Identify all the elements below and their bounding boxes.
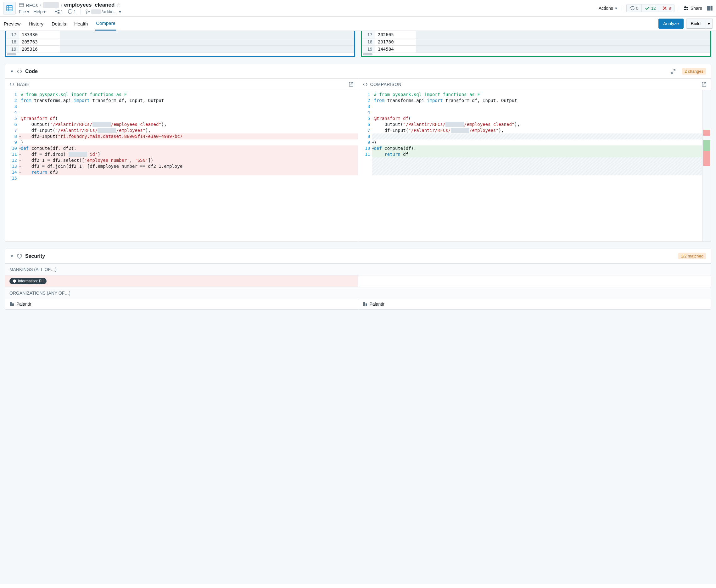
code-line: df2_1 = df2.select(['employee_number', '… (19, 158, 358, 163)
path-indicator[interactable]: /addin… ▾ (85, 9, 121, 14)
tabbar: Preview History Details Health Compare A… (0, 17, 716, 31)
code-line: df=Input("/Palantir/RFCs/XXXXXXX/employe… (372, 127, 702, 133)
svg-point-12 (684, 6, 686, 8)
content: 171333301820576319205316 172026051820178… (0, 31, 716, 584)
table-row[interactable]: 17133330 (6, 31, 354, 38)
code-diff: BASE 12345678-910-11-12-13-14-15 # from … (5, 79, 711, 241)
svg-rect-17 (12, 303, 14, 306)
collapse-icon[interactable]: ▼ (10, 254, 14, 258)
shield-icon (68, 9, 73, 14)
build-button-group: Build ▾ (686, 19, 713, 29)
tab-history[interactable]: History (28, 17, 44, 30)
branch-indicator[interactable]: 1 (55, 9, 63, 14)
pii-badge: Information: PII (9, 278, 47, 284)
build-dropdown[interactable]: ▾ (705, 19, 713, 29)
scrollbar[interactable] (363, 53, 372, 56)
svg-point-10 (86, 12, 87, 14)
people-icon (684, 6, 689, 11)
popout-icon[interactable] (349, 82, 353, 87)
divider (622, 5, 622, 11)
orgs-header: ORGANIZATIONS (ANY OF…) (5, 287, 711, 299)
star-icon[interactable]: ☆ (116, 2, 121, 7)
page-title: employees_cleaned (64, 2, 115, 8)
shield-filled-icon (13, 279, 16, 283)
shield-indicator[interactable]: 1 (68, 9, 76, 14)
tab-health[interactable]: Health (73, 17, 88, 30)
table-row[interactable]: 18201780 (362, 38, 710, 46)
code-line: df2=Input("ri.foundry.main.dataset.88905… (19, 133, 358, 140)
security-card: ▼ Security 1/2 matched MARKINGS (ALL OF…… (5, 249, 711, 310)
topbar-right: Actions▾ 0 12 8 Share (599, 4, 713, 12)
folder-icon (19, 2, 24, 7)
code-line: df3 = df.join(df2_1, [df.employee_number… (19, 163, 358, 169)
code-line: from transforms.api import transform_df,… (19, 98, 358, 104)
base-column: BASE 12345678-910-11-12-13-14-15 # from … (5, 79, 358, 241)
tab-details[interactable]: Details (51, 17, 67, 30)
analyze-button[interactable]: Analyze (658, 19, 684, 29)
svg-rect-6 (55, 11, 57, 12)
code-line (372, 133, 702, 140)
org-base: Palantir (5, 299, 358, 310)
expand-icon[interactable] (671, 69, 676, 74)
code-lines: # from pyspark.sql import functions as F… (19, 90, 358, 241)
code-card: ▼ Code 2 changes BASE 12345678-910-11-12… (5, 64, 711, 242)
code-icon (17, 69, 22, 74)
svg-rect-16 (10, 302, 12, 306)
code-line (372, 104, 702, 109)
svg-rect-14 (707, 6, 710, 11)
code-line: df = df.drop('XXXXXXX_id') (19, 151, 358, 158)
minimap[interactable] (702, 90, 711, 241)
status-pass[interactable]: 12 (642, 4, 659, 12)
org-comparison: Palantir (358, 299, 711, 310)
breadcrumb-sep: › (61, 2, 62, 7)
comparison-table: 172026051820178019144584 (361, 31, 711, 57)
popout-icon[interactable] (701, 82, 707, 87)
breadcrumb-root[interactable]: RFCs (26, 2, 38, 8)
svg-point-13 (686, 7, 688, 8)
redacted-crumb (43, 2, 59, 8)
code-line: df=Input("/Palantir/RFCs/XXXXXXX/employe… (19, 127, 358, 133)
scrollbar[interactable] (7, 53, 16, 56)
file-menu[interactable]: File▾ (19, 9, 29, 14)
divider (81, 9, 81, 15)
card-title: Code (25, 69, 668, 74)
share-button[interactable]: Share (684, 6, 702, 11)
code-line: @transform_df( (19, 115, 358, 122)
divider (679, 5, 679, 11)
gutter: 12345678-910-11-12-13-14-15 (5, 90, 19, 241)
code-line: # from pyspark.sql import functions as F (372, 91, 702, 98)
table-row[interactable]: 19205316 (6, 46, 354, 53)
status-sync[interactable]: 0 (627, 4, 642, 12)
status-fail[interactable]: 8 (659, 4, 674, 12)
table-row[interactable]: 17202605 (362, 31, 710, 38)
table-row[interactable]: 19144584 (362, 46, 710, 53)
app-icon[interactable] (3, 2, 16, 15)
breadcrumb-sep: › (40, 2, 41, 7)
check-icon (645, 6, 650, 11)
collapse-icon[interactable]: ▼ (10, 69, 14, 74)
code-small-icon (363, 82, 368, 87)
breadcrumb: RFCs › › employees_cleaned ☆ File▾ Help▾… (19, 2, 595, 15)
markings-header: MARKINGS (ALL OF…) (5, 264, 711, 275)
svg-rect-0 (7, 5, 12, 11)
actions-button[interactable]: Actions▾ (599, 6, 617, 11)
code-lines: # from pyspark.sql import functions as F… (372, 90, 702, 241)
divider (50, 9, 50, 15)
code-line: from transforms.api import transform_df,… (372, 98, 702, 104)
build-button[interactable]: Build (686, 19, 705, 29)
tab-preview[interactable]: Preview (3, 17, 21, 30)
panel-toggle-icon[interactable] (707, 5, 713, 11)
code-line: # from pyspark.sql import functions as F (19, 91, 358, 98)
topbar: RFCs › › employees_cleaned ☆ File▾ Help▾… (0, 0, 716, 17)
comparison-column: COMPARISON 123456789+10+11 # from pyspar… (358, 79, 711, 241)
table-row[interactable]: 18205763 (6, 38, 354, 46)
help-menu[interactable]: Help▾ (34, 9, 46, 14)
tab-compare[interactable]: Compare (95, 17, 116, 30)
markings-row: Information: PII (5, 275, 711, 287)
code-line (19, 109, 358, 115)
code-line: def compute(df, df2): (19, 145, 358, 151)
security-title: Security (25, 253, 675, 259)
x-icon (662, 6, 667, 11)
branch-icon (55, 9, 60, 14)
code-line: return df (372, 151, 702, 158)
